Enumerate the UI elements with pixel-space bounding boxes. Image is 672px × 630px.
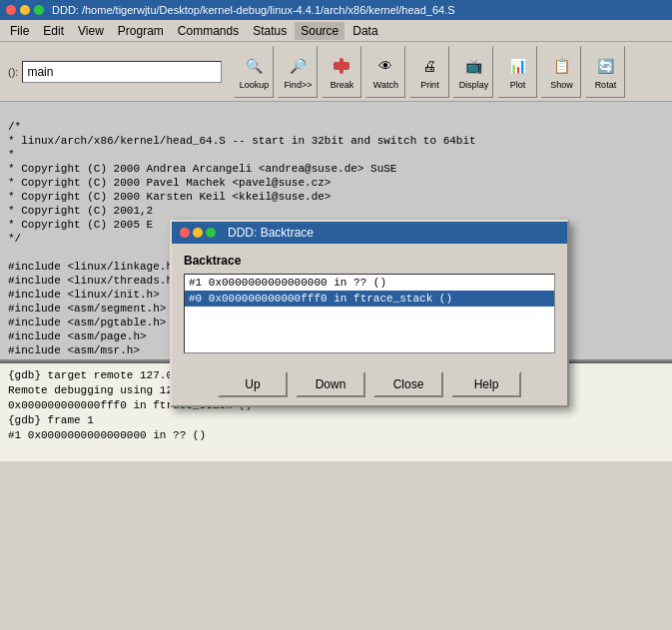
backtrace-list[interactable]: #1 0x0000000000000000 in ?? ()#0 0x00000… [184,274,555,353]
dialog-maximize-dot[interactable] [206,228,216,238]
close-button[interactable]: Close [373,371,443,397]
down-button[interactable]: Down [296,371,365,397]
dialog-overlay: DDD: Backtrace Backtrace #1 0x0000000000… [0,0,672,630]
dialog-window-controls [180,228,216,238]
dialog-title-bar: DDD: Backtrace [172,222,567,244]
dialog-title: DDD: Backtrace [228,226,559,240]
backtrace-item-1[interactable]: #0 0x000000000000fff0 in ftrace_stack () [185,291,554,307]
up-button[interactable]: Up [218,371,288,397]
dialog-minimize-dot[interactable] [193,228,203,238]
dialog-buttons: Up Down Close Help [172,363,567,405]
help-button[interactable]: Help [451,371,521,397]
dialog-content: Backtrace #1 0x0000000000000000 in ?? ()… [172,244,567,363]
dialog-close-dot[interactable] [180,228,190,238]
backtrace-label: Backtrace [184,254,555,268]
backtrace-item-0[interactable]: #1 0x0000000000000000 in ?? () [185,275,554,291]
backtrace-dialog: DDD: Backtrace Backtrace #1 0x0000000000… [170,220,569,407]
